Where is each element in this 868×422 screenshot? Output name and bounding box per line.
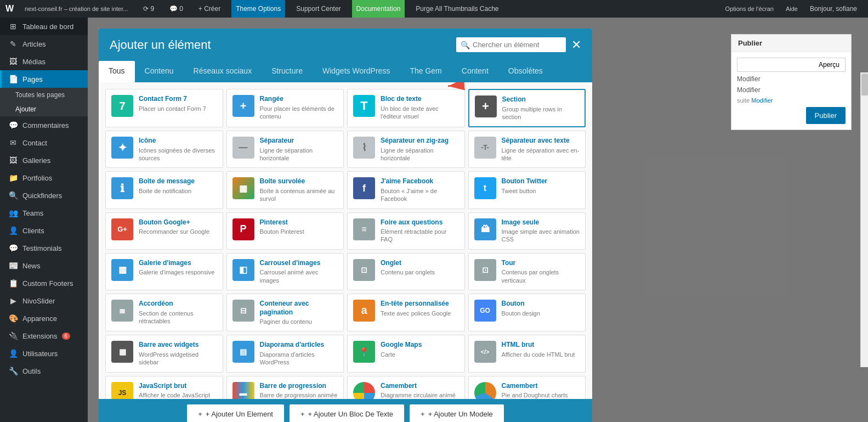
sidebar-item-extensions[interactable]: 🔌 Extensions 6 <box>0 327 88 345</box>
faq-desc: Élément rétractable pour FAQ <box>381 228 459 244</box>
tab-structure[interactable]: Structure <box>262 61 313 82</box>
add-template-footer-button[interactable]: + + Ajouter Un Modele <box>410 404 504 422</box>
sidebar-item-clients[interactable]: 👤 Clients <box>0 222 88 239</box>
element-rangee[interactable]: + Rangée Pour placer les éléments de con… <box>226 89 344 127</box>
sidebar-item-commentaires[interactable]: 💬 Commentaires <box>0 116 88 134</box>
boite-message-info: Boîte de message Boite de notification <box>139 177 217 195</box>
sidebar-item-apparence[interactable]: 🎨 Apparence <box>0 310 88 327</box>
sidebar-subitem-add-page[interactable]: Ajouter <box>0 102 88 116</box>
comments-count[interactable]: 💬0 <box>165 0 188 18</box>
html-brut-desc: Afficher du code HTML brut <box>502 351 580 358</box>
barre-progression-icon: ▬ <box>232 382 254 399</box>
element-bouton[interactable]: GO Bouton Bouton design <box>468 294 586 331</box>
tab-obsoletes[interactable]: Obsolètes <box>498 61 553 82</box>
sidebar-item-articles[interactable]: ✎ Articles <box>0 35 88 53</box>
element-barre-widgets[interactable]: ▦ Barre avec widgets WordPress widgetise… <box>105 335 223 372</box>
element-galerie[interactable]: ▦ Galerie d'images Galerie d'images resp… <box>105 253 223 290</box>
create-button[interactable]: + Créer <box>194 0 225 18</box>
sidebar-item-testimonials[interactable]: 💬 Testimonials <box>0 239 88 257</box>
element-html-brut[interactable]: </> HTML brut Afficher du code HTML brut <box>468 335 586 372</box>
galerie-info: Galerie d'images Galerie d'images respon… <box>139 259 217 277</box>
element-separateur[interactable]: — Séparateur Ligne de séparation horizon… <box>226 131 344 168</box>
element-conteneur-pag[interactable]: ⊟ Conteneur avec pagination Paginer du c… <box>226 294 344 331</box>
element-faq[interactable]: ≡ Foire aux questions Élément rétractabl… <box>347 212 465 250</box>
sidebar-item-pages[interactable]: 📄 Pages <box>0 70 88 88</box>
medias-icon: 🖼 <box>8 57 18 66</box>
camembert2-desc: Pie and Doughnut charts <box>502 391 580 399</box>
sidebar-item-outils[interactable]: 🔧 Outils <box>0 362 88 380</box>
support-center-button[interactable]: Support Center <box>292 0 345 18</box>
modifier-label1: Modifier <box>737 75 846 83</box>
apercu-button[interactable]: Aperçu <box>737 58 846 72</box>
tab-contenu[interactable]: Contenu <box>135 61 184 82</box>
sidebar-item-custom-footers[interactable]: 📋 Custom Footers <box>0 274 88 292</box>
sidebar-item-portfolios[interactable]: 📁 Portfolios <box>0 169 88 187</box>
element-sep-zigzag[interactable]: ⌇ Séparateur en zig-zag Ligne de séparat… <box>347 131 465 168</box>
add-text-block-footer-button[interactable]: + + Ajouter Un Bloc De Texte <box>290 404 404 422</box>
sidebar-item-quickfinders[interactable]: 🔍 Quickfinders <box>0 187 88 204</box>
news-icon: 📰 <box>8 261 18 270</box>
barre-widgets-name: Barre avec widgets <box>139 341 217 350</box>
screen-options[interactable]: Options de l'écran <box>725 5 774 12</box>
search-wrapper: 🔍 <box>456 37 566 52</box>
element-bloc-texte[interactable]: T Bloc de texte Un bloc de texte avec l'… <box>347 89 465 127</box>
sidebar-item-utilisateurs[interactable]: 👤 Utilisateurs <box>0 345 88 362</box>
sidebar-item-nivoslider[interactable]: ▶ NivoSlider <box>0 292 88 310</box>
sidebar-item-galleries[interactable]: 🖼 Galleries <box>0 151 88 169</box>
sidebar-item-dashboard[interactable]: ⊞ Tableau de bord <box>0 18 88 35</box>
element-image-seule[interactable]: 🏔 Image seule Image simple avec animatio… <box>468 212 586 250</box>
element-onglet[interactable]: ⊡ Onglet Contenu par onglets <box>347 253 465 290</box>
scrollbar-thumb[interactable] <box>861 74 868 95</box>
theme-options-button[interactable]: Theme Options <box>231 0 285 18</box>
tab-thegem[interactable]: The Gem <box>400 61 451 82</box>
element-barre-progression[interactable]: ▬ Barre de progression Barre de progress… <box>226 376 344 399</box>
element-pinterest[interactable]: P Pinterest Bouton Pinterest <box>226 212 344 250</box>
tab-widgets[interactable]: Widgets WordPress <box>313 61 400 82</box>
js-brut-icon: JS <box>111 382 133 399</box>
sidebar-item-news[interactable]: 📰 News <box>0 257 88 274</box>
tab-content[interactable]: Content <box>452 61 498 82</box>
element-bouton-twitter[interactable]: t Bouton Twitter Tweet button <box>468 171 586 209</box>
element-google-maps[interactable]: 📍 Google Maps Carte <box>347 335 465 372</box>
element-en-tete-perso[interactable]: a En-tête personnalisée Texte avec polic… <box>347 294 465 331</box>
publish-button[interactable]: Publier <box>806 107 846 124</box>
element-icone[interactable]: ✦ Icône Icônes soignées de diverses sour… <box>105 131 223 168</box>
element-jaime-fb[interactable]: f J'aime Facebook Bouton « J'aime » de F… <box>347 171 465 209</box>
close-modal-button[interactable]: ✕ <box>571 39 581 51</box>
element-boite-message[interactable]: ℹ Boîte de message Boite de notification <box>105 171 223 209</box>
boite-survolee-name: Boîte survolée <box>260 177 338 186</box>
camembert2-info: Camembert Pie and Doughnut charts <box>502 382 580 399</box>
search-input[interactable] <box>456 37 566 52</box>
tab-reseaux[interactable]: Réseaux sociaux <box>184 61 262 82</box>
conteneur-pag-info: Conteneur avec pagination Paginer du con… <box>260 300 338 325</box>
element-bouton-gplus[interactable]: G+ Bouton Google+ Recommander sur Google <box>105 212 223 250</box>
element-contact-form[interactable]: 7 Contact Form 7 Placer un contact Form … <box>105 89 223 127</box>
galerie-name: Galerie d'images <box>139 259 217 268</box>
add-element-footer-button[interactable]: + + Ajouter Un Element <box>187 404 284 422</box>
purge-cache-button[interactable]: Purge All Thumbnails Cache <box>411 0 503 18</box>
element-camembert2[interactable]: Camembert Pie and Doughnut charts <box>468 376 586 399</box>
help-button[interactable]: Aide <box>786 5 798 12</box>
sidebar-item-teams[interactable]: 👥 Teams <box>0 204 88 222</box>
element-camembert[interactable]: Camembert Diagramme circulaire animé <box>347 376 465 399</box>
element-section[interactable]: + Section Group multiple rows in section <box>468 89 586 127</box>
documentation-button[interactable]: Documentation <box>352 0 405 18</box>
element-js-brut[interactable]: JS JavaScript brut Afficher le code Java… <box>105 376 223 399</box>
element-accordeon[interactable]: ≣ Accordéon Section de contenus rétracta… <box>105 294 223 331</box>
sidebar-subitem-all-pages[interactable]: Toutes les pages <box>0 88 88 102</box>
icone-name: Icône <box>139 137 217 145</box>
scrollbar[interactable] <box>860 72 868 367</box>
sidebar-item-contact[interactable]: ✉ Contact <box>0 134 88 151</box>
element-sep-texte[interactable]: -T- Séparateur avec texte Ligne de sépar… <box>468 131 586 168</box>
sidebar-item-medias[interactable]: 🖼 Médias <box>0 53 88 70</box>
updates-count[interactable]: ⟳9 <box>139 0 158 18</box>
teams-icon: 👥 <box>8 209 18 217</box>
site-name[interactable]: next-conseil.fr – création de site inter… <box>20 0 132 18</box>
element-tour[interactable]: ⊡ Tour Contenus par onglets verticaux <box>468 253 586 290</box>
diaporama-icon: ▤ <box>232 341 254 363</box>
tab-tous[interactable]: Tous <box>99 61 135 82</box>
element-diaporama[interactable]: ▤ Diaporama d'articles Diaporama d'artic… <box>226 335 344 372</box>
quickfinders-icon: 🔍 <box>8 191 18 200</box>
element-carrousel[interactable]: ◧ Carrousel d'images Carrousel animé ave… <box>226 253 344 290</box>
element-boite-survolee[interactable]: ▦ Boîte survolée Boîte à contenus animée… <box>226 171 344 209</box>
